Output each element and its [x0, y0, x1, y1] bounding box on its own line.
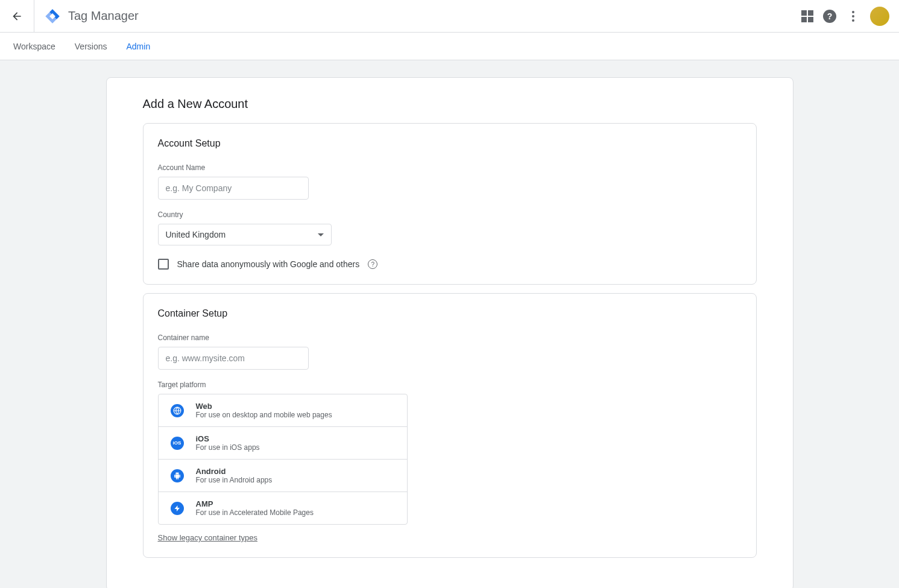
platform-desc: For use in iOS apps [196, 443, 260, 452]
platform-desc: For use in Accelerated Mobile Pages [196, 508, 314, 517]
container-name-input[interactable] [158, 347, 309, 370]
product-title: Tag Manager [68, 9, 139, 23]
content-area: Add a New Account Account Setup Account … [0, 60, 899, 588]
main-panel: Add a New Account Account Setup Account … [106, 77, 793, 588]
tab-workspace[interactable]: Workspace [13, 33, 55, 60]
platform-desc: For use in Android apps [196, 476, 273, 484]
platform-list: Web For use on desktop and mobile web pa… [158, 394, 408, 525]
share-data-row: Share data anonymously with Google and o… [158, 259, 742, 270]
platform-desc: For use on desktop and mobile web pages [196, 411, 332, 419]
page-heading: Add a New Account [107, 92, 793, 123]
platform-amp[interactable]: AMP For use in Accelerated Mobile Pages [159, 492, 407, 524]
share-data-help-icon[interactable]: ? [368, 259, 377, 269]
container-setup-card: Container Setup Container name Target pl… [143, 293, 757, 558]
platform-ios[interactable]: iOS iOS For use in iOS apps [159, 427, 407, 460]
account-setup-title: Account Setup [158, 138, 742, 149]
share-data-checkbox[interactable] [158, 259, 169, 270]
share-data-label: Share data anonymously with Google and o… [177, 259, 360, 269]
container-name-label: Container name [158, 334, 742, 342]
platform-name: Web [196, 402, 332, 411]
platform-web[interactable]: Web For use on desktop and mobile web pa… [159, 394, 407, 427]
container-setup-title: Container Setup [158, 308, 742, 319]
country-label: Country [158, 210, 742, 219]
platform-name: AMP [196, 499, 314, 508]
tag-manager-logo-icon [44, 8, 61, 25]
header-divider [34, 0, 34, 33]
sub-nav: Workspace Versions Admin [0, 33, 899, 60]
more-menu-icon[interactable] [846, 9, 860, 24]
back-arrow-icon[interactable] [10, 9, 24, 24]
dropdown-arrow-icon [318, 233, 324, 236]
profile-avatar[interactable] [870, 7, 889, 26]
legacy-container-link[interactable]: Show legacy container types [158, 533, 257, 542]
tab-admin[interactable]: Admin [126, 33, 150, 60]
header-actions: ? [801, 7, 889, 26]
platform-name: iOS [196, 434, 260, 443]
country-value: United Kingdom [166, 230, 226, 239]
account-name-input[interactable] [158, 177, 309, 200]
globe-icon [171, 404, 184, 417]
account-setup-card: Account Setup Account Name Country Unite… [143, 123, 757, 285]
apps-grid-icon[interactable] [801, 10, 813, 22]
tab-versions[interactable]: Versions [75, 33, 107, 60]
top-header: Tag Manager ? [0, 0, 899, 33]
target-platform-label: Target platform [158, 381, 742, 389]
help-icon[interactable]: ? [823, 10, 836, 23]
country-select[interactable]: United Kingdom [158, 224, 332, 245]
ios-icon: iOS [171, 437, 184, 450]
bolt-icon [171, 502, 184, 515]
android-icon [171, 469, 184, 482]
account-name-label: Account Name [158, 163, 742, 172]
platform-name: Android [196, 467, 273, 476]
platform-android[interactable]: Android For use in Android apps [159, 460, 407, 492]
